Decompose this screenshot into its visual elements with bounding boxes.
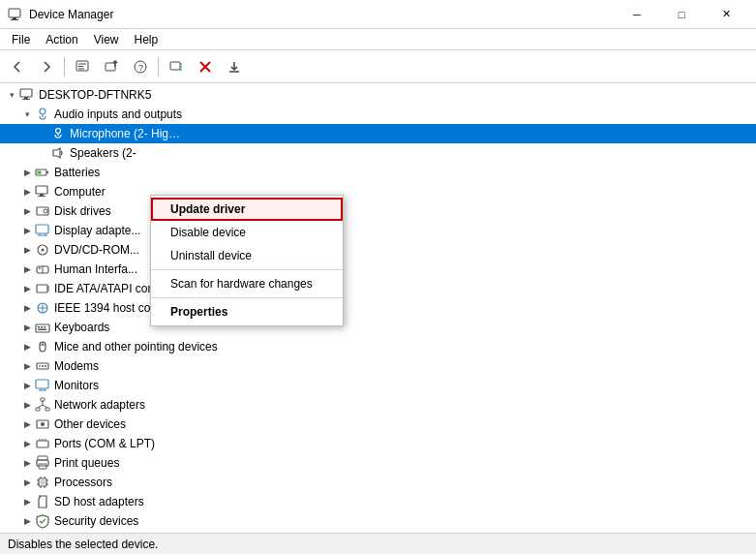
context-menu-scan-hardware[interactable]: Scan for hardware changes — [151, 272, 343, 295]
svg-rect-32 — [37, 207, 48, 215]
toggle-batteries[interactable]: ▶ — [19, 165, 35, 180]
tree-item-speakers[interactable]: Speakers (2- — [0, 143, 756, 163]
svg-rect-67 — [36, 408, 40, 411]
toggle-printq[interactable]: ▶ — [19, 455, 35, 471]
tree-item-modems[interactable]: ▶ Modems — [0, 356, 756, 376]
tree-item-ieee[interactable]: ▶ IEEE 1394 host controllers — [0, 298, 756, 318]
toggle-diskdrives[interactable]: ▶ — [19, 203, 35, 219]
tree-item-audio[interactable]: ▾ Audio inputs and outputs — [0, 105, 756, 124]
context-menu-properties[interactable]: Properties — [151, 300, 343, 323]
tree-item-computer[interactable]: ▶ Computer — [0, 182, 756, 201]
svg-marker-25 — [53, 148, 60, 158]
toggle-speakers — [35, 145, 50, 161]
toolbar: ? — [0, 50, 756, 83]
toggle-ieee[interactable]: ▶ — [19, 300, 35, 316]
menu-help[interactable]: Help — [127, 31, 166, 48]
tree-item-diskdrives[interactable]: ▶ Disk drives — [0, 201, 756, 221]
title-bar: Device Manager ─ □ ✕ — [0, 0, 756, 29]
print-icon — [35, 455, 50, 471]
svg-rect-20 — [22, 99, 30, 100]
tree-item-security[interactable]: ▶ Security devices — [0, 511, 756, 531]
tree-item-keyboards[interactable]: ▶ Keyboards — [0, 318, 756, 337]
tree-item-displayadap[interactable]: ▶ Display adapte... — [0, 221, 756, 240]
svg-rect-28 — [38, 171, 42, 174]
menu-view[interactable]: View — [86, 31, 127, 48]
remove-toolbar-button[interactable] — [192, 54, 219, 79]
update-driver-toolbar-button[interactable] — [98, 54, 125, 79]
device-tree[interactable]: ▾ DESKTOP-DFTNRK5 ▾ Audio inputs and — [0, 83, 756, 533]
computer-icon — [19, 87, 35, 103]
tree-item-dvd[interactable]: ▶ DVD/CD-ROM... — [0, 240, 756, 260]
tree-label-sd: SD host adapters — [54, 495, 144, 508]
svg-rect-30 — [40, 194, 44, 196]
toggle-ide[interactable]: ▶ — [19, 281, 35, 296]
menu-action[interactable]: Action — [38, 31, 85, 48]
toggle-computer[interactable]: ▶ — [19, 184, 35, 200]
tree-item-batteries[interactable]: ▶ Batteries — [0, 163, 756, 182]
tree-item-microphone[interactable]: Microphone (2- High Definition Audio Dev… — [0, 124, 756, 143]
maximize-button[interactable]: □ — [659, 0, 704, 29]
context-menu-uninstall-device[interactable]: Uninstall device — [151, 244, 343, 267]
toggle-sd[interactable]: ▶ — [19, 494, 35, 509]
forward-button[interactable] — [33, 54, 60, 79]
help-toolbar-button[interactable]: ? — [127, 54, 154, 79]
svg-point-42 — [39, 267, 41, 269]
toggle-humanif[interactable]: ▶ — [19, 262, 35, 277]
properties-toolbar-button[interactable] — [69, 54, 96, 79]
toggle-root[interactable]: ▾ — [4, 87, 19, 103]
context-menu-update-driver[interactable]: Update driver — [151, 198, 343, 221]
tree-item-network[interactable]: ▶ Network adapters — [0, 395, 756, 415]
toggle-audio[interactable]: ▾ — [19, 107, 35, 122]
sd-icon — [35, 494, 50, 509]
svg-rect-29 — [36, 186, 47, 194]
menu-file[interactable]: File — [4, 31, 38, 48]
toggle-processors[interactable]: ▶ — [19, 475, 35, 490]
ide-icon — [35, 281, 50, 296]
tree-item-root[interactable]: ▾ DESKTOP-DFTNRK5 — [0, 85, 756, 105]
disk-icon — [35, 203, 50, 219]
close-button[interactable]: ✕ — [704, 0, 748, 29]
scan-hardware-toolbar-button[interactable] — [163, 54, 190, 79]
toggle-other[interactable]: ▶ — [19, 416, 35, 432]
tree-label-monitors: Monitors — [54, 379, 99, 392]
tree-item-ide[interactable]: ▶ IDE ATA/ATAPI controllers — [0, 279, 756, 298]
svg-rect-68 — [45, 408, 49, 411]
tree-item-sd[interactable]: ▶ SD host adapters — [0, 492, 756, 511]
tree-item-humanif[interactable]: ▶ Human Interfa... — [0, 260, 756, 279]
svg-rect-11 — [170, 62, 180, 70]
tree-item-printq[interactable]: ▶ Print queues — [0, 453, 756, 473]
minimize-button[interactable]: ─ — [615, 0, 659, 29]
tree-item-software[interactable]: ▶ Software devices — [0, 531, 756, 533]
tree-label-diskdrives: Disk drives — [54, 204, 111, 218]
tree-label-batteries: Batteries — [54, 166, 100, 179]
context-menu-disable-device[interactable]: Disable device — [151, 221, 343, 244]
back-button[interactable] — [4, 54, 31, 79]
tree-label-displayadap: Display adapte... — [54, 224, 140, 237]
toggle-display[interactable]: ▶ — [19, 223, 35, 238]
display-icon — [35, 223, 50, 238]
svg-rect-34 — [36, 225, 48, 233]
toggle-security[interactable]: ▶ — [19, 513, 35, 529]
tree-label-security: Security devices — [54, 514, 138, 528]
tree-label-dvd: DVD/CD-ROM... — [54, 243, 139, 257]
tree-label-audio: Audio inputs and outputs — [54, 108, 182, 121]
svg-rect-0 — [9, 9, 20, 17]
toggle-monitors[interactable]: ▶ — [19, 378, 35, 393]
toggle-ports[interactable]: ▶ — [19, 436, 35, 451]
tree-item-processors[interactable]: ▶ Processors — [0, 473, 756, 492]
audio-icon — [35, 107, 50, 122]
toggle-keyboards[interactable]: ▶ — [19, 320, 35, 335]
toggle-network[interactable]: ▶ — [19, 397, 35, 413]
toggle-mice[interactable]: ▶ — [19, 339, 35, 354]
tree-item-ports[interactable]: ▶ Ports (COM & LPT) — [0, 434, 756, 453]
tree-item-other[interactable]: ▶ Other devices — [0, 415, 756, 434]
svg-rect-18 — [20, 89, 32, 97]
download-toolbar-button[interactable] — [221, 54, 248, 79]
tree-item-monitors[interactable]: ▶ Monitors — [0, 376, 756, 395]
svg-point-39 — [42, 249, 45, 252]
tree-item-mice[interactable]: ▶ Mice and other pointing devices — [0, 337, 756, 356]
tree-label-humanif: Human Interfa... — [54, 262, 137, 276]
context-menu-separator-2 — [151, 297, 343, 298]
toggle-dvd[interactable]: ▶ — [19, 242, 35, 258]
toggle-modems[interactable]: ▶ — [19, 358, 35, 374]
